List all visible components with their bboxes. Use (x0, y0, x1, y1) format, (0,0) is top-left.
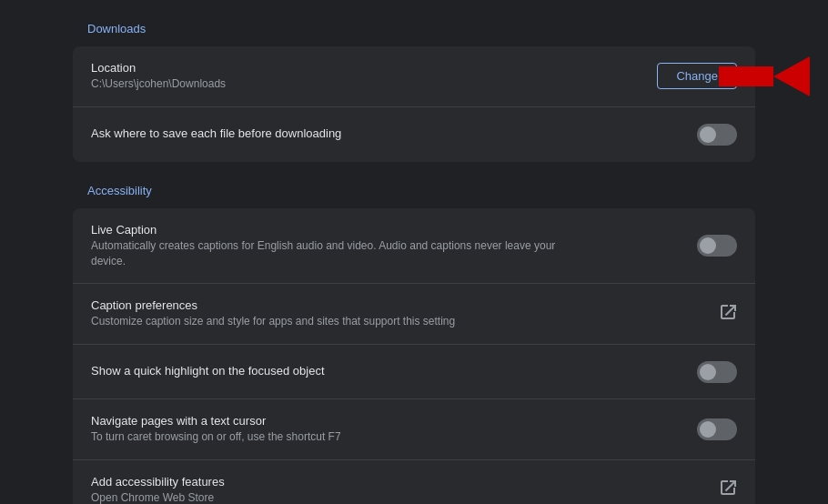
ask-save-title: Ask where to save each file before downl… (91, 126, 679, 140)
ask-save-content: Ask where to save each file before downl… (91, 126, 697, 142)
caption-preferences-title: Caption preferences (91, 298, 701, 312)
location-title: Location (91, 61, 639, 75)
accessibility-features-title: Add accessibility features (91, 475, 701, 489)
accessibility-features-content: Add accessibility features Open Chrome W… (91, 475, 719, 504)
accessibility-section-title: Accessibility (73, 184, 755, 197)
accessibility-features-row[interactable]: Add accessibility features Open Chrome W… (73, 460, 755, 504)
accessibility-features-subtitle: Open Chrome Web Store (91, 490, 564, 504)
highlight-focus-row: Show a quick highlight on the focused ob… (73, 345, 755, 399)
highlight-focus-toggle-track[interactable] (697, 361, 737, 383)
accessibility-features-external-link-icon[interactable] (719, 479, 737, 501)
location-path: C:\Users\jcohen\Downloads (91, 76, 564, 92)
caption-preferences-row[interactable]: Caption preferences Customize caption si… (73, 284, 755, 345)
caption-preferences-subtitle: Customize caption size and style for app… (91, 314, 564, 329)
change-button[interactable]: Change (657, 63, 737, 89)
ask-save-toggle-track[interactable] (697, 124, 737, 146)
highlight-focus-toggle[interactable] (697, 361, 737, 383)
text-cursor-toggle[interactable] (697, 418, 737, 440)
location-content: Location C:\Users\jcohen\Downloads (91, 61, 657, 92)
live-caption-toggle-thumb (700, 237, 716, 254)
caption-preferences-content: Caption preferences Customize caption si… (91, 298, 719, 329)
ask-save-row: Ask where to save each file before downl… (73, 107, 755, 162)
highlight-focus-title: Show a quick highlight on the focused ob… (91, 364, 679, 378)
highlight-focus-content: Show a quick highlight on the focused ob… (91, 364, 697, 379)
downloads-card: Location C:\Users\jcohen\Downloads Chang… (73, 46, 755, 162)
text-cursor-toggle-track[interactable] (697, 418, 737, 440)
live-caption-subtitle: Automatically creates captions for Engli… (91, 238, 564, 269)
text-cursor-content: Navigate pages with a text cursor To tur… (91, 414, 697, 445)
text-cursor-row: Navigate pages with a text cursor To tur… (73, 399, 755, 460)
location-row: Location C:\Users\jcohen\Downloads Chang… (73, 46, 755, 107)
text-cursor-title: Navigate pages with a text cursor (91, 414, 679, 428)
ask-save-toggle-thumb (700, 126, 716, 143)
live-caption-toggle[interactable] (697, 235, 737, 257)
highlight-focus-toggle-thumb (700, 364, 716, 380)
accessibility-card: Live Caption Automatically creates capti… (73, 208, 755, 504)
text-cursor-toggle-thumb (700, 421, 716, 438)
ask-save-toggle[interactable] (697, 124, 737, 146)
downloads-section-title: Downloads (73, 22, 755, 35)
caption-preferences-external-link-icon[interactable] (719, 303, 737, 326)
text-cursor-subtitle: To turn caret browsing on or off, use th… (91, 429, 564, 445)
live-caption-toggle-track[interactable] (697, 235, 737, 257)
live-caption-content: Live Caption Automatically creates capti… (91, 223, 697, 269)
live-caption-row: Live Caption Automatically creates capti… (73, 208, 755, 285)
live-caption-title: Live Caption (91, 223, 679, 237)
